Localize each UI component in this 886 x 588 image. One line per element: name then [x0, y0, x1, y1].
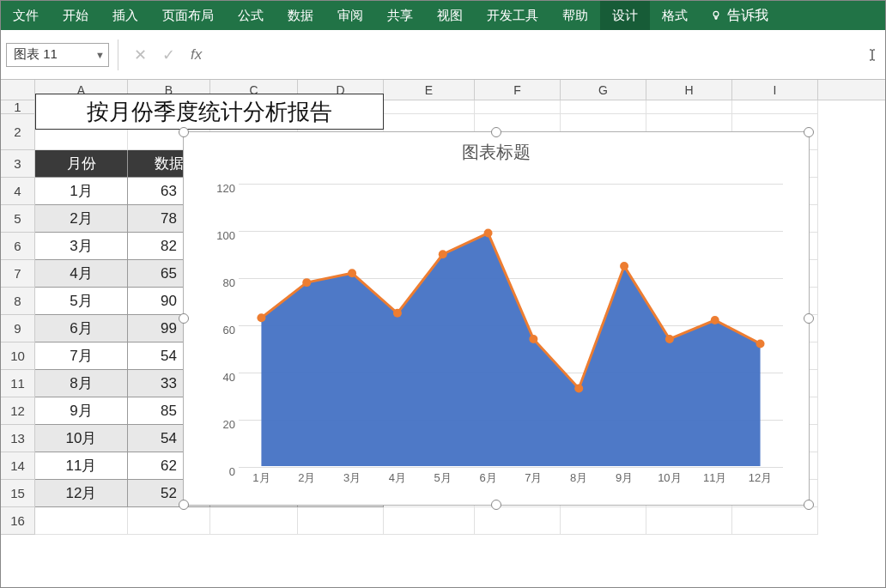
y-tick-label: 20 — [201, 418, 235, 431]
row-header[interactable]: 11 — [1, 370, 35, 397]
resize-handle[interactable] — [179, 500, 189, 510]
row-header[interactable]: 16 — [1, 507, 35, 535]
accept-icon[interactable]: ✓ — [162, 45, 175, 64]
column-header[interactable]: G — [561, 80, 646, 100]
column-header[interactable]: F — [475, 80, 561, 100]
cell[interactable]: 1月 — [35, 178, 128, 205]
ribbon-tab-数据[interactable]: 数据 — [276, 1, 325, 30]
cancel-icon[interactable]: ✕ — [134, 45, 147, 64]
merged-title-cell[interactable]: 按月份季度统计分析报告 — [35, 94, 384, 130]
cell[interactable]: 11月 — [35, 452, 128, 480]
resize-handle[interactable] — [804, 313, 814, 324]
embedded-chart[interactable]: 图表标题 020406080100120 1月2月3月4月5月6月7月8月9月1… — [183, 131, 810, 506]
cell[interactable]: 6月 — [35, 315, 128, 342]
x-tick-label: 1月 — [239, 470, 284, 491]
row-header[interactable]: 1 — [1, 100, 35, 114]
name-box[interactable]: 图表 11 ▼ — [6, 43, 109, 67]
ribbon-tab-公式[interactable]: 公式 — [226, 1, 276, 30]
lightbulb-icon — [710, 9, 722, 21]
row-header[interactable]: 14 — [1, 452, 35, 480]
cell[interactable] — [35, 507, 128, 535]
cell[interactable] — [128, 507, 210, 535]
cell[interactable]: 9月 — [35, 397, 128, 425]
ribbon-tab-共享[interactable]: 共享 — [375, 1, 425, 30]
cell[interactable]: 7月 — [35, 342, 128, 370]
resize-handle[interactable] — [804, 500, 814, 510]
resize-handle[interactable] — [804, 127, 814, 137]
cell[interactable]: 3月 — [35, 233, 128, 260]
tell-me-label: 告诉我 — [727, 7, 768, 25]
svg-point-0 — [713, 11, 719, 16]
row-header[interactable]: 9 — [1, 315, 35, 342]
cell[interactable] — [732, 507, 818, 535]
svg-point-12 — [756, 339, 765, 348]
resize-handle[interactable] — [179, 127, 189, 137]
ribbon-tab-插入[interactable]: 插入 — [100, 1, 150, 30]
ribbon-tab-审阅[interactable]: 审阅 — [325, 1, 375, 30]
ribbon-tab-视图[interactable]: 视图 — [425, 1, 475, 30]
svg-point-5 — [439, 250, 447, 258]
cell[interactable]: 2月 — [35, 205, 128, 233]
resize-handle[interactable] — [179, 313, 189, 324]
svg-point-9 — [620, 262, 628, 270]
cell[interactable]: 4月 — [35, 260, 128, 288]
chevron-down-icon: ▼ — [95, 50, 105, 60]
ribbon-tab-页面布局[interactable]: 页面布局 — [150, 1, 226, 30]
cell[interactable] — [298, 507, 384, 535]
row-header[interactable]: 10 — [1, 342, 35, 370]
cell[interactable] — [561, 507, 646, 535]
x-tick-label: 8月 — [556, 470, 602, 491]
cell[interactable] — [646, 507, 732, 535]
chart-series — [239, 184, 783, 466]
x-tick-label: 6月 — [465, 470, 511, 491]
cell[interactable] — [646, 100, 732, 114]
cell[interactable]: 10月 — [35, 425, 128, 452]
ribbon-tab-格式[interactable]: 格式 — [650, 1, 700, 30]
row-header[interactable]: 8 — [1, 288, 35, 315]
resize-handle[interactable] — [491, 500, 501, 510]
row-header[interactable]: 13 — [1, 425, 35, 452]
chart-title[interactable]: 图表标题 — [184, 132, 809, 167]
ribbon-tab-开始[interactable]: 开始 — [51, 1, 100, 30]
cell[interactable]: 5月 — [35, 288, 128, 315]
svg-point-8 — [574, 385, 583, 393]
y-tick-label: 80 — [201, 276, 235, 289]
cell[interactable] — [561, 100, 646, 114]
svg-point-4 — [393, 309, 402, 318]
column-header[interactable]: I — [732, 80, 818, 100]
row-header[interactable]: 4 — [1, 178, 35, 205]
row-header[interactable]: 5 — [1, 205, 35, 233]
resize-handle[interactable] — [491, 127, 501, 137]
plot-area[interactable]: 020406080100120 1月2月3月4月5月6月7月8月9月10月11月… — [239, 184, 783, 465]
cell[interactable] — [475, 100, 561, 114]
cell[interactable]: 月份 — [35, 150, 128, 178]
column-header[interactable]: H — [646, 80, 732, 100]
cell[interactable] — [475, 507, 561, 535]
spreadsheet-grid[interactable]: ABCDEFGHI 123月份数据41月6352月7863月8274月6585月… — [1, 80, 885, 587]
row-header[interactable]: 7 — [1, 260, 35, 288]
row-header[interactable]: 12 — [1, 397, 35, 425]
ribbon-tab-开发工具[interactable]: 开发工具 — [475, 1, 550, 30]
fx-icon[interactable]: fx — [191, 46, 202, 64]
cell[interactable] — [210, 507, 298, 535]
row-header[interactable]: 6 — [1, 233, 35, 260]
row-header[interactable]: 2 — [1, 114, 35, 150]
cell[interactable] — [384, 100, 475, 114]
cell[interactable] — [384, 507, 475, 535]
ribbon: 文件开始插入页面布局公式数据审阅共享视图开发工具帮助设计格式 告诉我 — [1, 1, 885, 30]
row-header[interactable]: 3 — [1, 150, 35, 178]
formula-input[interactable] — [217, 43, 856, 67]
cell[interactable] — [732, 100, 818, 114]
text-cursor-icon — [865, 45, 880, 64]
select-all-corner[interactable] — [1, 80, 35, 100]
ribbon-tab-设计[interactable]: 设计 — [600, 1, 650, 30]
x-tick-label: 12月 — [737, 470, 783, 491]
ribbon-tab-文件[interactable]: 文件 — [1, 1, 51, 30]
tell-me[interactable]: 告诉我 — [700, 1, 779, 30]
cell[interactable]: 8月 — [35, 370, 128, 397]
column-header[interactable]: E — [384, 80, 475, 100]
row-header[interactable]: 15 — [1, 480, 35, 507]
cell[interactable]: 12月 — [35, 480, 128, 507]
ribbon-tab-帮助[interactable]: 帮助 — [550, 1, 600, 30]
ribbon-tabs: 文件开始插入页面布局公式数据审阅共享视图开发工具帮助设计格式 — [1, 1, 700, 30]
